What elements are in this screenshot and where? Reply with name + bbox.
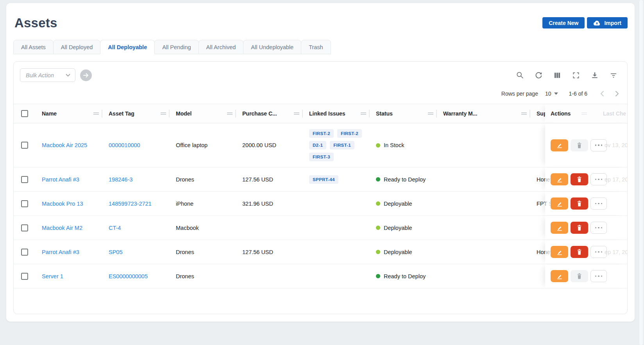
table-row: Parrot Anafi #3198246-3Drones127.56 USDS…	[14, 167, 627, 192]
tab-all-undeployable[interactable]: All Undeployable	[243, 40, 301, 54]
fullscreen-icon[interactable]	[569, 69, 583, 81]
select-all-checkbox[interactable]	[21, 110, 28, 117]
asset-tag-link[interactable]: 0000010000	[109, 142, 140, 148]
edit-button[interactable]	[551, 246, 568, 258]
row-checkbox[interactable]	[21, 176, 28, 183]
asset-name-link[interactable]: Macbook Air M2	[42, 225, 82, 231]
asset-name-link[interactable]: Parrot Anafi #3	[42, 176, 79, 183]
tab-all-assets[interactable]: All Assets	[13, 40, 54, 54]
more-actions-button[interactable]	[590, 173, 607, 185]
asset-tag-link[interactable]: SP05	[109, 249, 122, 255]
edit-button[interactable]	[551, 139, 568, 151]
column-header-purchase-c[interactable]: Purchase C...	[236, 104, 303, 123]
tab-all-deployable[interactable]: All Deployable	[100, 40, 155, 54]
asset-tag-link[interactable]: ES0000000005	[109, 273, 148, 279]
row-checkbox[interactable]	[21, 273, 28, 280]
delete-button[interactable]	[571, 270, 588, 282]
column-header-warranty-m[interactable]: Warranty M...	[437, 104, 530, 123]
more-actions-button[interactable]	[590, 197, 607, 210]
search-icon[interactable]	[513, 69, 526, 81]
edit-button[interactable]	[551, 173, 568, 185]
status-label: Deployable	[384, 201, 412, 207]
column-header-linked-issues[interactable]: Linked Issues	[303, 104, 370, 123]
linked-issue-badge[interactable]: FIRST-1	[330, 141, 354, 149]
table-header-row: NameAsset TagModelPurchase C...Linked Is…	[14, 104, 627, 123]
warranty-cell	[437, 176, 530, 183]
edit-button[interactable]	[551, 222, 568, 234]
row-checkbox[interactable]	[21, 249, 28, 256]
chevron-down-icon	[66, 74, 70, 76]
download-icon[interactable]	[588, 69, 601, 81]
edit-button[interactable]	[551, 270, 568, 282]
bulk-action-select[interactable]: Bulk Action	[20, 68, 75, 82]
caret-down-icon	[554, 92, 558, 95]
linked-issue-badge[interactable]: FIRST-2	[309, 129, 334, 138]
column-header-status[interactable]: Status	[370, 104, 437, 123]
asset-name-link[interactable]: Server 1	[42, 273, 63, 279]
delete-button[interactable]	[571, 173, 588, 185]
asset-tag-link[interactable]: CT-4	[109, 225, 121, 231]
sort-handle-icon[interactable]	[521, 110, 527, 117]
bulk-action-go-button[interactable]	[80, 69, 92, 81]
sort-handle-icon[interactable]	[93, 110, 99, 117]
create-new-button[interactable]: Create New	[542, 17, 585, 28]
arrow-right-icon	[83, 73, 89, 78]
tab-all-deployed[interactable]: All Deployed	[53, 40, 100, 54]
linked-issue-badge[interactable]: SPPRT-44	[309, 175, 338, 184]
linked-issues-cell: SPPRT-44	[303, 169, 370, 190]
next-page-button[interactable]	[612, 88, 623, 99]
column-header-asset-tag[interactable]: Asset Tag	[102, 104, 170, 123]
sort-handle-icon[interactable]	[428, 110, 434, 117]
more-actions-button[interactable]	[590, 270, 607, 282]
linked-issue-badge[interactable]: D2-1	[309, 141, 326, 149]
purchase-cost-cell: 127.56 USD	[236, 245, 303, 259]
import-button[interactable]: Import	[587, 17, 628, 28]
ellipsis-icon	[595, 251, 603, 253]
row-checkbox[interactable]	[21, 200, 28, 207]
edit-button[interactable]	[551, 197, 568, 210]
table-tools	[513, 69, 621, 81]
previous-page-button[interactable]	[597, 88, 608, 99]
delete-button[interactable]	[571, 222, 588, 234]
rows-per-page-select[interactable]: 10	[545, 91, 558, 97]
chevron-right-icon	[615, 91, 619, 97]
tab-trash[interactable]: Trash	[301, 40, 331, 54]
delete-button[interactable]	[571, 139, 588, 151]
asset-tag-link[interactable]: 148599723-2721	[109, 201, 152, 207]
sort-handle-icon[interactable]	[227, 110, 233, 117]
linked-issues-cell	[303, 198, 370, 210]
sort-handle-icon[interactable]	[160, 110, 166, 117]
filter-icon[interactable]	[607, 69, 620, 81]
column-header-name[interactable]: Name	[36, 104, 102, 123]
rows-per-page-value: 10	[545, 91, 551, 97]
asset-tag-link[interactable]: 198246-3	[109, 176, 132, 183]
row-checkbox[interactable]	[21, 224, 28, 231]
sort-handle-icon[interactable]	[360, 110, 367, 117]
more-actions-button[interactable]	[590, 139, 607, 151]
more-actions-button[interactable]	[590, 222, 607, 234]
ghost-date-text: ov 13, 20	[605, 142, 628, 148]
sort-handle-icon	[581, 110, 587, 117]
asset-name-link[interactable]: Macbook Air 2025	[42, 142, 87, 148]
row-actions-panel	[545, 264, 627, 288]
delete-button[interactable]	[571, 197, 588, 210]
linked-issue-badge[interactable]: FIRST-3	[309, 153, 334, 161]
tab-bar: All AssetsAll DeployedAll DeployableAll …	[13, 40, 628, 54]
row-checkbox[interactable]	[21, 142, 28, 149]
linked-issue-badge[interactable]: FIRST-2	[337, 129, 362, 138]
column-header-model[interactable]: Model	[170, 104, 236, 123]
name-cell: Server 1	[36, 269, 102, 283]
column-header-label: Linked Issues	[309, 110, 345, 117]
tab-all-archived[interactable]: All Archived	[199, 40, 244, 54]
sort-handle-icon[interactable]	[293, 110, 300, 117]
tab-all-pending[interactable]: All Pending	[154, 40, 199, 54]
asset-name-link[interactable]: Macbook Pro 13	[42, 201, 83, 207]
asset-name-link[interactable]: Parrot Anafi #3	[42, 249, 79, 255]
more-actions-button[interactable]	[590, 246, 607, 258]
refresh-icon[interactable]	[532, 69, 545, 81]
rows-per-page-label: Rows per page	[501, 91, 538, 97]
delete-button[interactable]	[571, 246, 588, 258]
columns-icon[interactable]	[551, 69, 564, 81]
pagination-range: 1-6 of 6	[569, 91, 587, 97]
page-scrollbar[interactable]	[639, 0, 643, 345]
